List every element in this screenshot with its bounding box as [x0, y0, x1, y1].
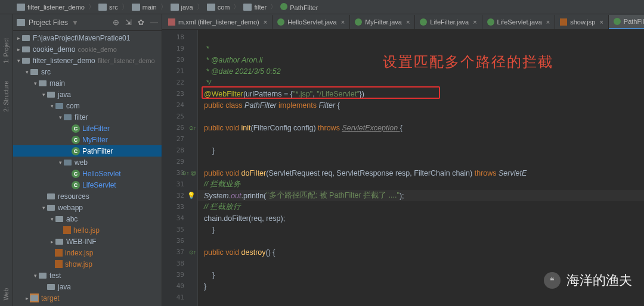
editor: m.xml (filter_listener_demo)× HelloServl…	[162, 14, 644, 306]
collapse-icon[interactable]: ⇲	[125, 18, 132, 27]
tab-showjsp[interactable]: show.jsp×	[555, 15, 609, 29]
tab-myfilter[interactable]: MyFilter.java×	[350, 15, 415, 29]
crumb-0[interactable]: filter_listener_demo	[17, 4, 85, 11]
crumb-4[interactable]: com	[207, 4, 230, 11]
toolwin-project[interactable]: 1: Project	[3, 38, 10, 63]
tree-pathfilter: CPathFilter	[13, 145, 162, 157]
project-tree[interactable]: ▸F:\javaProject\MavenPratice01 ▸cookie_d…	[13, 31, 162, 306]
breadcrumb: filter_listener_demo〉 src〉 main〉 java〉 c…	[0, 0, 644, 14]
gear-icon[interactable]: ✿	[138, 18, 144, 27]
tree-lifefilter: CLifeFilter	[13, 123, 162, 134]
crumb-3[interactable]: java	[171, 4, 193, 11]
line-gutter[interactable]: 18 19 20 21 22 23 24 25 26⊙↑ 27 28 29 30…	[162, 30, 198, 306]
tab-lifefilter[interactable]: LifeFilter.java×	[415, 15, 482, 29]
folder-icon	[17, 19, 25, 26]
tree-myfilter: CMyFilter	[13, 134, 162, 145]
overlay-annotation-text: 设置匹配多个路径的拦截	[383, 52, 553, 71]
tab-pom[interactable]: m.xml (filter_listener_demo)×	[162, 15, 273, 29]
code-area[interactable]: * * @author Aron.li * @date 2021/3/5 0:5…	[198, 30, 644, 306]
crumb-class[interactable]: PathFilter	[280, 3, 318, 11]
watermark: ❝ 海洋的渔夫	[544, 271, 632, 289]
tab-lifeservlet[interactable]: LifeServlet.java×	[482, 15, 556, 29]
editor-tabs: m.xml (filter_listener_demo)× HelloServl…	[162, 14, 644, 30]
tab-pathfilter[interactable]: PathFilter.java×	[609, 15, 644, 29]
close-icon[interactable]: ×	[264, 18, 267, 26]
tab-helloservlet[interactable]: HelloServlet.java×	[273, 15, 350, 29]
project-sidebar: Project Files▼ ⊕ ⇲ ✿ — ▸F:\javaProject\M…	[13, 14, 162, 306]
crumb-2[interactable]: main	[132, 4, 157, 11]
target-icon[interactable]: ⊕	[113, 18, 119, 27]
crumb-5[interactable]: filter	[243, 4, 267, 11]
crumb-1[interactable]: src	[98, 4, 118, 11]
annotation-highlight-box	[202, 86, 440, 99]
hide-icon[interactable]: —	[150, 18, 158, 27]
tool-window-bar: 1: Project 2: Structure Web	[0, 14, 13, 306]
bulb-icon[interactable]: 💡	[187, 192, 196, 199]
wechat-icon: ❝	[544, 272, 561, 289]
toolwin-web[interactable]: Web	[3, 288, 10, 300]
sidebar-title: Project Files	[29, 18, 68, 27]
sidebar-header: Project Files▼ ⊕ ⇲ ✿ —	[13, 14, 162, 31]
toolwin-structure[interactable]: 2: Structure	[3, 81, 10, 112]
